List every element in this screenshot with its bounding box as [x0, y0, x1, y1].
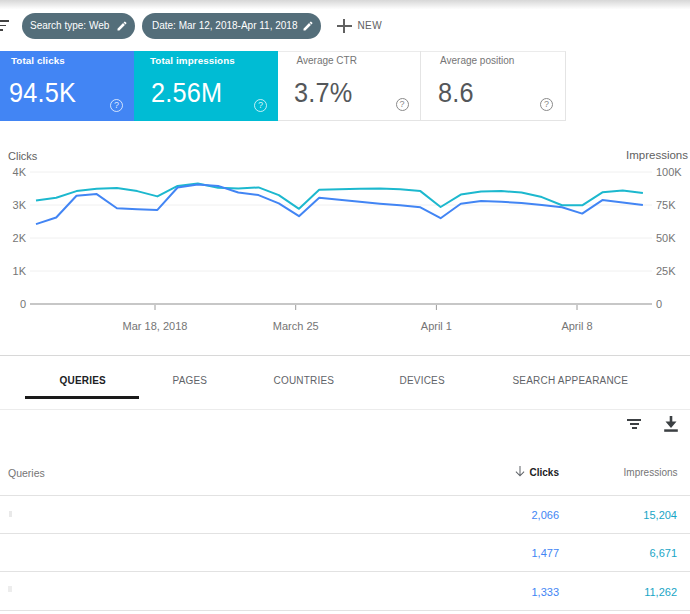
svg-text:Mar 18, 2018: Mar 18, 2018 — [123, 320, 188, 332]
svg-text:0: 0 — [20, 298, 26, 310]
svg-text:April 1: April 1 — [421, 320, 452, 332]
svg-text:April 8: April 8 — [561, 320, 592, 332]
svg-text:50K: 50K — [656, 232, 676, 244]
svg-text:75K: 75K — [656, 199, 676, 211]
svg-text:March 25: March 25 — [273, 320, 319, 332]
svg-text:4K: 4K — [13, 166, 27, 178]
svg-text:100K: 100K — [656, 166, 682, 178]
svg-text:25K: 25K — [656, 265, 676, 277]
svg-text:0: 0 — [656, 298, 662, 310]
svg-text:3K: 3K — [13, 199, 27, 211]
svg-text:1K: 1K — [13, 265, 27, 277]
svg-text:2K: 2K — [13, 232, 27, 244]
